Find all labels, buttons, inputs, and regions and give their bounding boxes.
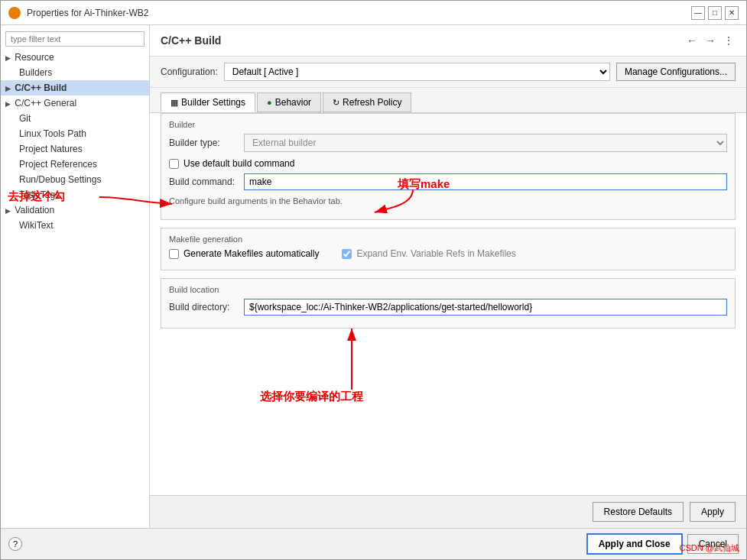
title-bar-left: Properties for Ai-Thinker-WB2 (8, 7, 148, 19)
forward-button[interactable]: → (703, 33, 717, 48)
sidebar-item-project-references[interactable]: Project References (1, 157, 149, 172)
use-default-build-label: Use default build command (184, 158, 294, 169)
sidebar-item-wikitext[interactable]: WikiText (1, 218, 149, 233)
build-location-section: Build location Build directory: (161, 278, 736, 329)
builder-type-select[interactable]: External builder (244, 134, 727, 152)
build-directory-input[interactable] (244, 299, 727, 316)
window-title: Properties for Ai-Thinker-WB2 (27, 8, 148, 18)
app-icon (8, 7, 21, 19)
cancel-button[interactable]: Cancel (687, 534, 739, 554)
use-default-build-row: Use default build command (169, 158, 727, 169)
sidebar-item-label: Resource (15, 52, 54, 63)
build-command-input[interactable] (244, 173, 727, 190)
help-button[interactable]: ? (8, 537, 22, 551)
panel-header-icons: ← → ⋮ (685, 33, 736, 48)
sidebar-item-label: Project References (19, 159, 97, 170)
sidebar: ▶ Resource Builders ▶ C/C++ Build ▶ C/C+… (1, 25, 150, 528)
back-button[interactable]: ← (685, 33, 699, 48)
expand-arrow: ▶ (5, 100, 11, 108)
tabs-row: ▦ Builder Settings ● Behavior ↻ Refresh … (150, 88, 746, 113)
expand-arrow: ▶ (5, 54, 11, 62)
sidebar-item-label: C/C++ Build (15, 83, 67, 93)
expand-arrow: ▶ (5, 207, 11, 215)
sidebar-item-run-debug-settings[interactable]: Run/Debug Settings (1, 172, 149, 187)
expand-env-label: Expand Env. Variable Refs in Makefiles (356, 248, 515, 259)
tab-refresh-policy[interactable]: ↻ Refresh Policy (323, 92, 411, 112)
apply-and-close-button[interactable]: Apply and Close (586, 533, 683, 555)
builder-section-title: Builder (169, 120, 727, 129)
expand-arrow: ▶ (5, 85, 11, 92)
sidebar-item-label: Task Tags (19, 189, 60, 200)
sidebar-item-label: Run/Debug Settings (19, 174, 101, 185)
config-row: Configuration: Default [ Active ] Manage… (150, 57, 746, 88)
generate-makefiles-label: Generate Makefiles automatically (184, 248, 319, 259)
build-command-row: Build command: (169, 173, 727, 190)
sidebar-item-validation[interactable]: ▶ Validation (1, 202, 149, 218)
sidebar-item-linux-tools-path[interactable]: Linux Tools Path (1, 126, 149, 141)
apply-button[interactable]: Apply (690, 502, 736, 522)
tab-label: Behavior (275, 97, 311, 108)
sidebar-item-label: Validation (15, 205, 54, 215)
builder-type-row: Builder type: External builder (169, 134, 727, 152)
build-directory-label: Build directory: (169, 302, 238, 312)
restore-defaults-button[interactable]: Restore Defaults (593, 502, 684, 522)
tab-builder-settings[interactable]: ▦ Builder Settings (161, 92, 255, 112)
title-bar: Properties for Ai-Thinker-WB2 — □ ✕ (1, 1, 746, 25)
sidebar-item-label: Git (19, 113, 31, 124)
sidebar-item-project-natures[interactable]: Project Natures (1, 141, 149, 157)
use-default-build-checkbox[interactable] (169, 159, 179, 169)
sidebar-item-label: WikiText (19, 220, 54, 231)
panel-title: C/C++ Build (161, 34, 221, 47)
sidebar-item-git[interactable]: Git (1, 111, 149, 126)
bottom-bar: Restore Defaults Apply (150, 495, 746, 528)
sidebar-item-label: Linux Tools Path (19, 128, 86, 139)
close-button[interactable]: ✕ (725, 6, 739, 20)
generate-makefiles-checkbox[interactable] (169, 249, 179, 259)
sidebar-item-cpp-general[interactable]: ▶ C/C++ General (1, 95, 149, 111)
menu-button[interactable]: ⋮ (722, 33, 736, 48)
build-command-label: Build command: (169, 176, 238, 187)
main-content: ▶ Resource Builders ▶ C/C++ Build ▶ C/C+… (1, 25, 746, 528)
makefile-section-title: Makefile generation (169, 235, 727, 244)
behavior-icon: ● (267, 98, 272, 107)
sidebar-item-task-tags[interactable]: Task Tags (1, 187, 149, 202)
sidebar-filter-input[interactable] (5, 31, 145, 47)
expand-env-checkbox[interactable] (342, 249, 352, 259)
expand-env-row: Expand Env. Variable Refs in Makefiles (342, 248, 515, 259)
tab-label: Builder Settings (181, 97, 245, 108)
svg-point-0 (11, 9, 18, 17)
behavior-hint: Configure build arguments in the Behavio… (169, 196, 727, 206)
sidebar-item-resource[interactable]: ▶ Resource (1, 50, 149, 65)
title-bar-controls: — □ ✕ (691, 6, 739, 20)
builder-settings-icon: ▦ (171, 98, 178, 108)
help-section: ? (8, 537, 22, 551)
config-label: Configuration: (161, 66, 218, 77)
builder-section: Builder Builder type: External builder U… (161, 113, 736, 220)
sidebar-item-cpp-build[interactable]: ▶ C/C++ Build (1, 80, 149, 95)
sidebar-item-label: C/C++ General (15, 98, 76, 108)
right-panel: C/C++ Build ← → ⋮ Configuration: Default… (150, 25, 746, 528)
tab-behavior[interactable]: ● Behavior (257, 92, 321, 112)
build-directory-row: Build directory: (169, 299, 727, 316)
config-select[interactable]: Default [ Active ] (224, 63, 610, 81)
sidebar-item-label: Project Natures (19, 144, 83, 154)
builder-type-label: Builder type: (169, 138, 238, 148)
maximize-button[interactable]: □ (708, 6, 722, 20)
panel-body: Builder Builder type: External builder U… (150, 113, 746, 495)
panel-header: C/C++ Build ← → ⋮ (150, 25, 746, 57)
sidebar-item-builders[interactable]: Builders (1, 65, 149, 80)
properties-window: Properties for Ai-Thinker-WB2 — □ ✕ ▶ Re… (0, 0, 747, 560)
minimize-button[interactable]: — (691, 6, 705, 20)
dialog-buttons: Apply and Close Cancel (586, 533, 739, 555)
makefile-section: Makefile generation Generate Makefiles a… (161, 228, 736, 270)
refresh-icon: ↻ (333, 98, 339, 108)
manage-configurations-button[interactable]: Manage Configurations... (616, 63, 736, 81)
sidebar-item-label: Builders (19, 67, 52, 78)
build-location-title: Build location (169, 285, 727, 294)
very-bottom-bar: ? Apply and Close Cancel (1, 528, 746, 559)
generate-makefiles-row: Generate Makefiles automatically (169, 248, 319, 259)
tab-label: Refresh Policy (343, 97, 401, 108)
